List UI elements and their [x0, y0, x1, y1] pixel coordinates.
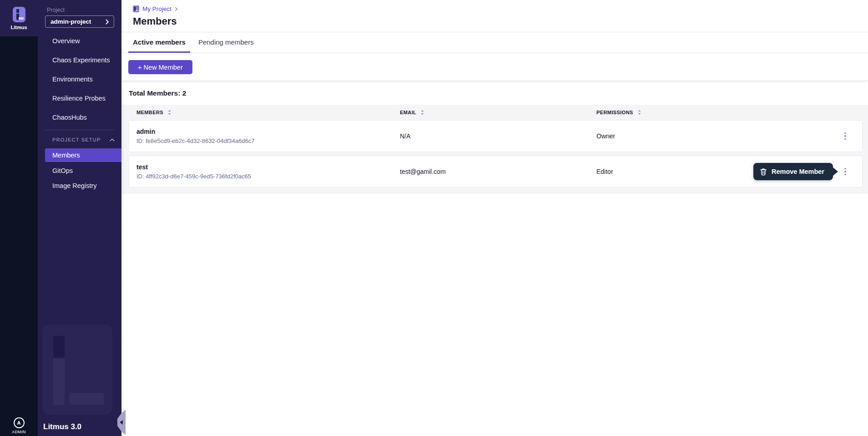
tab-pending-members[interactable]: Pending members [194, 32, 258, 53]
member-name: admin [136, 128, 400, 135]
table-header-row: MEMBERS EMAIL PERMISSIONS [129, 105, 863, 120]
table-row: admin ID: fe8e5cd9-eb2c-4d32-8632-04df34… [129, 120, 863, 152]
breadcrumb-project-icon [133, 5, 139, 12]
project-label: Project [47, 7, 121, 13]
breadcrumb-chevron-icon [175, 7, 178, 11]
avatar-initial: A [17, 420, 21, 426]
version-label: Litmus 3.0 [43, 422, 81, 431]
page-header: My Project Members [122, 0, 868, 32]
table-row: test ID: 4ff92c3d-d6e7-459c-9ed5-736fd2f… [129, 156, 863, 188]
sidebar-item-chaoshubs[interactable]: ChaosHubs [38, 108, 121, 127]
main-content: My Project Members Active members Pendin… [121, 0, 868, 436]
brand-block[interactable]: Litmus [0, 0, 38, 36]
project-setup-section-toggle[interactable]: PROJECT SETUP [38, 132, 121, 147]
litmus-logo-icon [13, 7, 25, 22]
chevron-up-icon [110, 138, 115, 142]
sidebar-item-resilience-probes[interactable]: Resilience Probes [38, 89, 121, 108]
column-header-email: EMAIL [400, 110, 416, 115]
remove-member-label: Remove Member [772, 168, 824, 175]
sidebar-item-chaos-experiments[interactable]: Chaos Experiments [38, 51, 121, 70]
sidebar-item-environments[interactable]: Environments [38, 70, 121, 89]
member-id: ID: fe8e5cd9-eb2c-4d32-8632-04df34a6d6c7 [136, 137, 400, 144]
sidebar-item-gitops[interactable]: GitOps [38, 163, 121, 178]
project-sidebar: Project admin-project Overview Chaos Exp… [38, 0, 121, 436]
new-member-button[interactable]: + New Member [128, 60, 192, 74]
members-toolbar: + New Member [122, 53, 868, 81]
sidebar-item-image-registry[interactable]: Image Registry [38, 178, 121, 193]
members-tabbar: Active members Pending members [122, 32, 868, 53]
watermark-logo [42, 324, 112, 415]
member-name: test [136, 163, 400, 171]
sidebar-item-overview[interactable]: Overview [38, 31, 121, 51]
member-permission: Owner [596, 132, 862, 140]
tab-active-members[interactable]: Active members [128, 32, 190, 53]
brand-name: Litmus [10, 25, 27, 30]
project-selector[interactable]: admin-project [45, 15, 114, 28]
sort-permissions-icon[interactable] [637, 110, 642, 115]
sort-email-icon[interactable] [420, 110, 425, 115]
chevron-right-icon [106, 19, 109, 25]
member-email: test@gamil.com [400, 168, 596, 175]
member-id: ID: 4ff92c3d-d6e7-459c-9ed5-736fd2f0ac65 [136, 173, 400, 180]
member-email: N/A [400, 132, 596, 140]
collapse-sidebar-handle[interactable] [117, 410, 126, 435]
breadcrumb: My Project [133, 5, 857, 12]
column-header-members: MEMBERS [136, 110, 163, 115]
column-header-permissions: PERMISSIONS [596, 110, 633, 115]
sidebar-item-members[interactable]: Members [45, 148, 121, 162]
page-title: Members [133, 15, 857, 27]
row-menu-kebab-icon[interactable] [840, 129, 850, 143]
members-section: Total Members: 2 MEMBERS EMAIL PERM [122, 81, 868, 194]
admin-avatar[interactable]: A [14, 417, 25, 428]
selected-project-name: admin-project [50, 18, 91, 25]
members-table: MEMBERS EMAIL PERMISSIONS [122, 105, 868, 194]
breadcrumb-project-link[interactable]: My Project [142, 5, 172, 12]
sidebar-divider [45, 130, 114, 130]
project-setup-label: PROJECT SETUP [52, 137, 101, 142]
trash-icon [760, 168, 767, 176]
sort-members-icon[interactable] [167, 110, 172, 115]
remove-member-menu-item[interactable]: Remove Member [753, 163, 833, 180]
app-rail: Litmus A ADMIN [0, 0, 38, 436]
avatar-label: ADMIN [12, 430, 26, 434]
collapse-arrow-icon [120, 420, 123, 425]
total-members-count: Total Members: 2 [129, 89, 868, 97]
row-menu-kebab-icon[interactable] [840, 165, 850, 178]
